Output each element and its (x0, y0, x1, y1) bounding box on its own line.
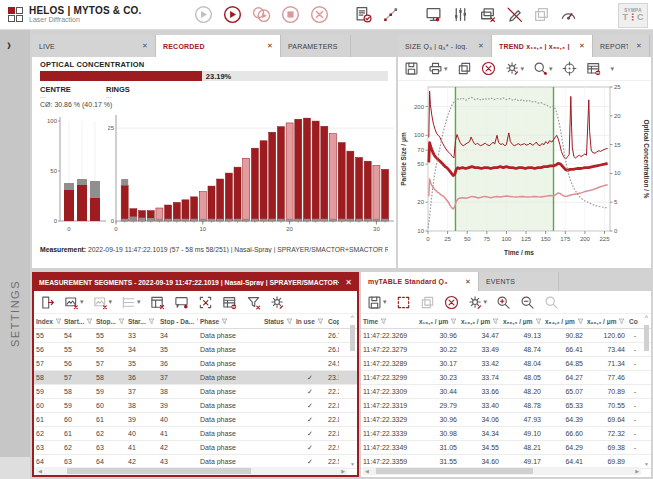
column-header[interactable]: Copt (627, 318, 638, 325)
start-measurement-icon[interactable] (223, 5, 242, 24)
table-row[interactable]: 11:47:22.328930.1733.4248.0464.8571.34- (361, 357, 651, 371)
table-row[interactable]: 11:47:22.331929.7933.4048.7865.3370.55- (361, 399, 651, 413)
close-windows-icon[interactable] (479, 6, 496, 23)
tab-trend[interactable]: TREND x₁₀,₃ | x₅₀,₃ | x₉₀,✕ (492, 35, 593, 57)
selection-icon[interactable] (198, 295, 213, 310)
tab-events[interactable]: EVENTS (479, 272, 559, 291)
settings-icon[interactable]: ▾ (505, 61, 525, 76)
column-header[interactable]: In use (294, 318, 326, 325)
column-header[interactable]: x₅₀,₃ / μm (501, 318, 543, 325)
segment-rows-disabled-icon[interactable]: ▾ (121, 295, 141, 310)
column-header[interactable]: Start... (62, 318, 94, 325)
vscroll-thumb[interactable] (350, 325, 355, 351)
table-row[interactable]: 11:47:22.329930.2333.7448.0564.2777.46 (361, 371, 651, 385)
segments-vscrollbar[interactable]: ^ ▼ (348, 314, 357, 467)
table-row[interactable]: 5655563435Data phase26.8 (34, 343, 357, 357)
scroll-down-icon[interactable]: ▼ (350, 461, 355, 467)
tab-recorded[interactable]: RECORDED✕ (156, 35, 281, 57)
start-record-icon[interactable] (252, 5, 271, 24)
zoom-in-icon[interactable] (496, 295, 511, 310)
centre-more-button[interactable]: ... (40, 94, 106, 98)
edit-slash-icon[interactable] (506, 6, 523, 23)
table-row[interactable]: 11:47:22.330930.4433.6648.2065.0770.89- (361, 385, 651, 399)
scroll-left-icon[interactable]: ◀ (363, 468, 371, 474)
column-header[interactable]: Star... (126, 318, 158, 325)
tab-close-icon[interactable]: ✕ (259, 42, 273, 50)
comment-icon[interactable] (174, 295, 189, 310)
table-row[interactable]: 6160613940Data phase✓22.8 (34, 413, 357, 427)
scroll-down-icon[interactable]: ▼ (644, 461, 649, 467)
play-disabled-icon[interactable] (194, 5, 213, 24)
trend-setup-icon[interactable] (382, 6, 399, 23)
column-header[interactable]: Stop - Da... (158, 318, 198, 325)
panel-close-icon[interactable]: ✕ (345, 278, 352, 287)
hscroll-thumb[interactable] (67, 468, 250, 474)
table-row[interactable]: 5554553334Data phase26.7 (34, 329, 357, 343)
duplicate-window-icon[interactable] (533, 6, 550, 23)
scroll-left-icon[interactable]: ◀ (36, 468, 44, 474)
sop-icon[interactable] (355, 6, 372, 23)
save-icon[interactable] (404, 61, 419, 76)
column-header[interactable]: Cop (326, 318, 339, 325)
tab-mytable[interactable]: myTABLE Standard Q₃✕ (361, 272, 479, 291)
adjust-sliders-icon[interactable] (452, 6, 469, 23)
vscroll-thumb[interactable] (644, 325, 649, 351)
column-header[interactable]: Time (361, 318, 417, 325)
copy-disabled-icon[interactable] (420, 295, 435, 310)
column-header[interactable]: x₁₀,₃ / μm (417, 318, 459, 325)
column-header[interactable]: x₉₀,₃ / μm (585, 318, 627, 325)
report-settings-icon[interactable] (586, 61, 601, 76)
table-row[interactable]: 11:47:22.334931.0534.5548.2164.2969.38- (361, 441, 651, 455)
tab-size[interactable]: SIZE Q₃ | q₃* - log. Netz✕ (398, 35, 492, 57)
filter-icon[interactable] (246, 295, 261, 310)
tab-close-icon[interactable]: ✕ (628, 42, 642, 50)
more-options-icon[interactable]: ▾ (610, 65, 615, 73)
tab-close-icon[interactable]: ✕ (457, 278, 471, 286)
tab-close-icon[interactable]: ✕ (571, 42, 585, 50)
zoom-icon[interactable]: ▾ (533, 61, 553, 76)
delete-icon[interactable] (444, 295, 459, 310)
tab-parameters[interactable]: PARAMETERS (281, 35, 351, 57)
table-row[interactable]: 5756573536Data phase24.5 (34, 357, 357, 371)
export-table-icon[interactable] (150, 295, 165, 310)
table-options-icon[interactable] (222, 295, 237, 310)
column-header[interactable]: Phase (198, 318, 262, 325)
delete-icon[interactable] (481, 61, 496, 76)
settings-icon[interactable]: ▾ (468, 295, 488, 310)
settings-icon[interactable] (270, 295, 285, 310)
stop-disabled-icon[interactable] (281, 5, 300, 24)
column-expander[interactable]: ^ (645, 314, 648, 321)
table-row[interactable]: 11:47:22.327930.2233.4948.7466.4173.44- (361, 343, 651, 357)
sidebar-settings-label[interactable]: SETTINGS (9, 280, 21, 347)
segments-title-bar[interactable]: MEASUREMENT SEGMENTS - 2022-09-19 11:47:… (34, 274, 357, 291)
export-image-icon[interactable]: ▾ (64, 295, 84, 310)
column-header[interactable]: Stop... (94, 318, 126, 325)
view-gauge-icon[interactable] (560, 6, 577, 23)
segments-hscrollbar[interactable]: ◀ ▶ (36, 467, 347, 475)
sidebar-expand-icon[interactable]: › (7, 36, 11, 54)
mytable-vscrollbar[interactable]: ^ ▼ (642, 314, 651, 467)
column-header[interactable]: Status (262, 318, 294, 325)
copy-icon[interactable] (457, 61, 472, 76)
scroll-right-icon[interactable]: ▶ (339, 468, 347, 474)
crosshair-icon[interactable] (562, 61, 577, 76)
table-row[interactable]: 6261624041Data phase✓22.8 (34, 427, 357, 441)
tab-close-icon[interactable]: ✕ (134, 42, 148, 50)
tab-live[interactable]: LIVE✕ (32, 35, 156, 57)
mytable-hscrollbar[interactable]: ◀ ▶ (363, 467, 641, 475)
table-row[interactable]: 6362634142Data phase✓22.9 (34, 441, 357, 455)
table-row[interactable]: 11:47:22.333930.9834.3449.1066.6072.32- (361, 427, 651, 441)
scroll-right-icon[interactable]: ▶ (633, 468, 641, 474)
zoom-out-icon[interactable] (520, 295, 535, 310)
hscroll-thumb[interactable] (376, 468, 533, 474)
column-header[interactable]: Index (34, 318, 62, 325)
table-row[interactable]: 11:47:22.326930.9634.4749.1390.82120.60- (361, 329, 651, 343)
column-header[interactable]: x₁₆,₃ / μm (459, 318, 501, 325)
table-row[interactable]: 5958593738Data phase✓22.2 (34, 385, 357, 399)
save-icon[interactable]: ▾ (367, 295, 387, 310)
table-row[interactable]: 6059603839Data phase✓22.8 (34, 399, 357, 413)
column-header[interactable]: x₈₄,₃ / μm (543, 318, 585, 325)
tab-report[interactable]: REPORT✕ (593, 35, 650, 57)
column-expander[interactable]: ^ (351, 314, 354, 321)
zoom-reset-disabled-icon[interactable] (544, 295, 559, 310)
